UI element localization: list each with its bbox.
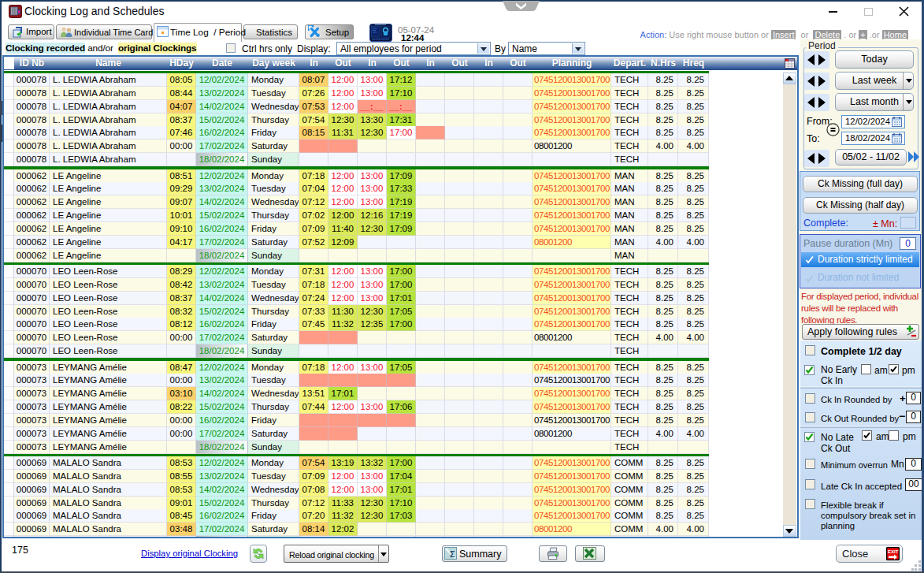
svg-text:Σ: Σ [450, 549, 455, 559]
svg-text:EXIT: EXIT [888, 549, 899, 554]
